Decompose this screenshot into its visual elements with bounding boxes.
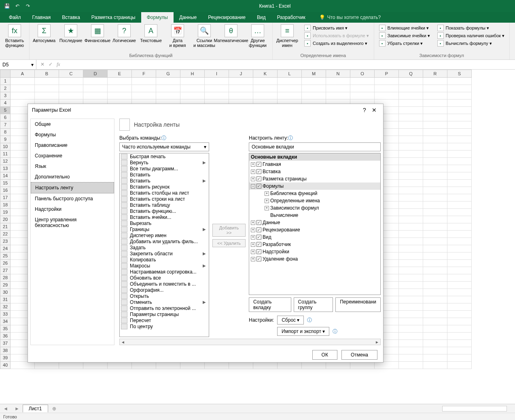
category-item[interactable]: Формулы	[31, 129, 114, 140]
cell[interactable]	[399, 303, 423, 311]
cell[interactable]	[423, 136, 447, 143]
cell[interactable]	[229, 362, 253, 369]
row-header[interactable]: 1	[0, 78, 11, 85]
cell[interactable]	[375, 92, 399, 100]
col-header[interactable]: M	[302, 70, 326, 78]
col-header[interactable]: J	[229, 70, 253, 78]
cell[interactable]	[229, 78, 253, 85]
command-item[interactable]: Объединить и поместить в ...	[120, 281, 209, 287]
tree-node[interactable]: +✓Разметка страницы	[249, 175, 380, 182]
row-header[interactable]: 19	[0, 209, 11, 216]
tree-node[interactable]: -✓Формулы	[249, 182, 380, 190]
row-header[interactable]: 3	[0, 92, 11, 100]
col-header[interactable]: L	[278, 70, 302, 78]
command-item[interactable]: Быстрая печать	[120, 153, 209, 159]
cell[interactable]	[447, 252, 472, 260]
cell[interactable]	[423, 362, 447, 369]
cell[interactable]	[423, 238, 447, 245]
cell[interactable]	[399, 187, 423, 194]
command-item[interactable]: Все типы диаграмм...	[120, 165, 209, 172]
cell[interactable]	[423, 202, 447, 209]
cell[interactable]	[447, 165, 472, 172]
expand-icon[interactable]: +	[251, 221, 255, 225]
row-header[interactable]: 30	[0, 289, 11, 296]
command-item[interactable]: Вставить таблицу	[120, 202, 209, 208]
cell[interactable]	[180, 78, 205, 85]
command-item[interactable]: Обновить все	[120, 275, 209, 281]
cell[interactable]	[59, 78, 83, 85]
cell[interactable]	[399, 267, 423, 274]
cell[interactable]	[59, 92, 83, 100]
cell[interactable]	[205, 85, 229, 92]
ribbon-small-button[interactable]: ▪Показать формулы ▾	[437, 24, 505, 32]
ribbon-small-button[interactable]: ▪Влияющие ячейки ▾	[378, 24, 431, 32]
row-header[interactable]: 40	[0, 362, 11, 369]
cell[interactable]	[423, 151, 447, 158]
ribbon-button[interactable]: …Другиефункции	[246, 23, 270, 48]
cell[interactable]	[423, 223, 447, 231]
cell[interactable]	[447, 129, 472, 136]
cell[interactable]	[447, 136, 472, 143]
command-item[interactable]: Добавить или удалить филь...	[120, 238, 209, 244]
cell[interactable]	[156, 78, 180, 85]
cell[interactable]	[399, 282, 423, 289]
expand-icon[interactable]: +	[251, 242, 255, 247]
cell[interactable]	[375, 362, 399, 369]
tab-разметка страницы[interactable]: Разметка страницы	[86, 12, 141, 23]
sheet-nav-prev-icon[interactable]: ◄	[0, 406, 11, 412]
cell[interactable]	[399, 362, 423, 369]
name-box[interactable]: D5 ▾	[0, 60, 36, 69]
command-item[interactable]: Параметры страницы	[120, 311, 209, 317]
checkbox[interactable]: ✓	[256, 242, 261, 247]
ribbon-button[interactable]: ★Последние	[59, 23, 83, 43]
row-header[interactable]: 5	[0, 107, 11, 114]
cell[interactable]	[205, 78, 229, 85]
cell[interactable]	[399, 172, 423, 180]
row-header[interactable]: 29	[0, 282, 11, 289]
expand-icon[interactable]: +	[251, 235, 255, 240]
cell[interactable]	[302, 85, 326, 92]
cell[interactable]	[399, 85, 423, 92]
cell[interactable]	[447, 318, 472, 325]
row-header[interactable]: 13	[0, 165, 11, 172]
cell[interactable]	[447, 325, 472, 333]
command-item[interactable]: Вставить столбцы на лист	[120, 190, 209, 196]
cell[interactable]	[447, 100, 472, 107]
col-header[interactable]: F	[132, 70, 156, 78]
new-group-button[interactable]: Создать группу	[294, 297, 333, 312]
cell[interactable]	[423, 85, 447, 92]
cell[interactable]	[229, 92, 253, 100]
ribbon-button[interactable]: ?Логические	[112, 23, 136, 43]
cell[interactable]	[447, 245, 472, 252]
row-header[interactable]: 28	[0, 274, 11, 282]
cell[interactable]	[447, 158, 472, 165]
command-item[interactable]: По центру	[120, 323, 209, 329]
cell[interactable]	[375, 85, 399, 92]
cell[interactable]	[399, 143, 423, 151]
cell[interactable]	[447, 107, 472, 114]
row-header[interactable]: 38	[0, 347, 11, 354]
checkbox[interactable]: ✓	[256, 227, 261, 232]
checkbox[interactable]: ✓	[256, 169, 261, 174]
row-header[interactable]: 9	[0, 136, 11, 143]
cell[interactable]	[350, 85, 375, 92]
cell[interactable]	[423, 172, 447, 180]
cell[interactable]	[399, 260, 423, 267]
cell[interactable]	[447, 143, 472, 151]
tree-node[interactable]: +Зависимости формул	[249, 204, 380, 212]
cell[interactable]	[399, 231, 423, 238]
cell[interactable]	[423, 260, 447, 267]
tree-node[interactable]: +✓Рецензирование	[249, 226, 380, 233]
import-export-button[interactable]: Импорт и экспорт ▾	[277, 327, 329, 336]
cell[interactable]	[108, 92, 132, 100]
tab-вид[interactable]: Вид	[251, 12, 271, 23]
cell[interactable]	[447, 85, 472, 92]
cell[interactable]	[423, 107, 447, 114]
expand-icon[interactable]: +	[251, 170, 255, 174]
cell[interactable]	[423, 296, 447, 303]
cell[interactable]	[350, 92, 375, 100]
cell[interactable]	[132, 85, 156, 92]
cell[interactable]	[447, 333, 472, 340]
cell[interactable]	[132, 362, 156, 369]
cell[interactable]	[447, 354, 472, 362]
